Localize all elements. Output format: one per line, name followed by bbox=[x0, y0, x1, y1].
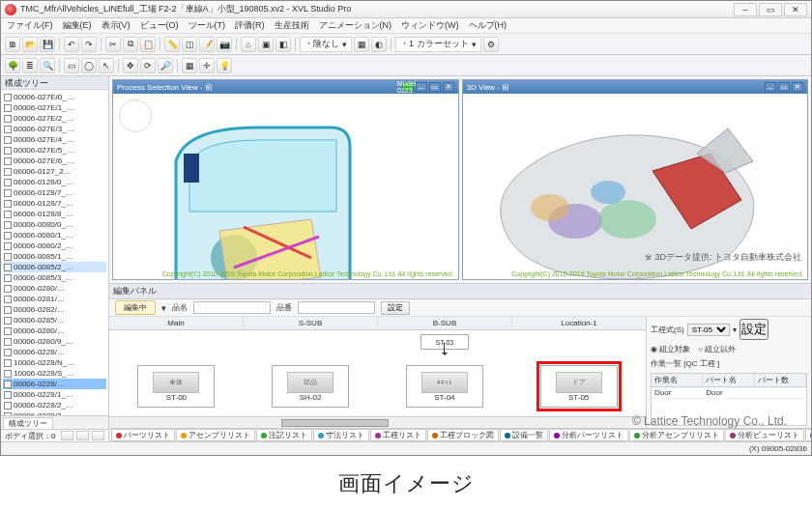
camera-icon[interactable]: 📷 bbox=[217, 37, 232, 52]
bottom-tab[interactable]: アニメーション編集 bbox=[805, 429, 811, 441]
section-icon[interactable]: ◫ bbox=[182, 37, 197, 52]
list-icon[interactable]: ≣ bbox=[22, 58, 38, 73]
checkbox-icon[interactable] bbox=[4, 200, 12, 208]
tree-item[interactable]: 10006-0228/N_… bbox=[3, 357, 106, 368]
pane-min-icon[interactable]: – bbox=[416, 82, 427, 92]
tree-item[interactable]: 00006-027E/3_… bbox=[3, 124, 106, 134]
checkbox-icon[interactable] bbox=[4, 211, 12, 218]
tree-item[interactable]: 00006-0280/9_… bbox=[3, 336, 106, 347]
bottom-tab[interactable]: 分析アセンブリリスト bbox=[629, 429, 724, 441]
code-input[interactable] bbox=[298, 301, 375, 314]
menu-prodeng[interactable]: 生産技術 bbox=[275, 19, 309, 32]
checkbox-icon[interactable] bbox=[4, 306, 12, 314]
minimize-button[interactable]: – bbox=[734, 3, 757, 16]
tree-item[interactable]: 00006-027E/4_… bbox=[3, 134, 106, 145]
tree-icon[interactable]: 🌳 bbox=[5, 58, 20, 73]
note-icon[interactable]: 📝 bbox=[199, 37, 215, 52]
checkbox-icon[interactable] bbox=[4, 338, 12, 346]
search-icon[interactable]: 🔍 bbox=[40, 58, 55, 73]
mode-select[interactable]: ST-05 bbox=[687, 324, 730, 336]
checkbox-icon[interactable] bbox=[4, 242, 12, 250]
tree-item[interactable]: 06006-0127_2… bbox=[3, 166, 106, 177]
radio-other[interactable]: ○ 組立以外 bbox=[698, 344, 736, 354]
pane-min-icon[interactable]: – bbox=[765, 82, 776, 92]
table-row[interactable]: Door Door bbox=[652, 387, 806, 399]
col-count[interactable]: パート数 bbox=[755, 374, 806, 386]
checkbox-icon[interactable] bbox=[4, 402, 12, 410]
tree-item[interactable]: 06006-0128/7_… bbox=[3, 198, 106, 209]
tree-item[interactable]: 00006-027E/1_… bbox=[3, 102, 106, 113]
checkbox-icon[interactable] bbox=[4, 296, 12, 303]
checkbox-icon[interactable] bbox=[4, 104, 12, 112]
checkbox-icon[interactable] bbox=[4, 147, 12, 155]
fit-icon[interactable]: ▣ bbox=[258, 37, 274, 52]
right-3d-canvas[interactable]: ※ 3Dデータ提供: トヨタ自動車株式会社 Copyright(C) 2010-… bbox=[463, 94, 808, 279]
paste-icon[interactable]: 📋 bbox=[140, 37, 156, 52]
right-set-button[interactable]: 設定 bbox=[740, 319, 768, 340]
lane-main[interactable]: Main bbox=[109, 317, 244, 329]
pane-close-icon[interactable]: ✕ bbox=[443, 82, 454, 92]
checkbox-icon[interactable] bbox=[4, 179, 12, 186]
tree-item[interactable]: 00006-027E/2_… bbox=[3, 113, 106, 124]
light-icon[interactable]: 💡 bbox=[217, 58, 232, 73]
wire-icon[interactable]: ▦ bbox=[354, 37, 369, 52]
pane-max-icon[interactable]: ▭ bbox=[429, 82, 441, 92]
open-icon[interactable]: 📂 bbox=[22, 37, 38, 52]
settings-icon[interactable]: ⚙ bbox=[483, 37, 499, 52]
checkbox-icon[interactable] bbox=[4, 136, 12, 144]
checkbox-icon[interactable] bbox=[4, 327, 12, 335]
menu-file[interactable]: ファイル(F) bbox=[7, 19, 53, 32]
checkbox-icon[interactable] bbox=[4, 370, 12, 378]
lane-bsub[interactable]: B-SUB bbox=[378, 317, 512, 329]
tree-item[interactable]: 00006-0228/2_… bbox=[3, 400, 106, 410]
tree-item[interactable]: 00006-0228/1_… bbox=[3, 389, 106, 400]
zoom-icon[interactable]: 🔎 bbox=[158, 58, 173, 73]
tree-item[interactable]: 06006-0128/8_… bbox=[3, 209, 106, 219]
tree-item[interactable]: 00006-0281/… bbox=[3, 294, 106, 304]
sidebar-tab-tree[interactable]: 構成ツリー bbox=[3, 417, 53, 429]
pane-max-icon[interactable]: ▭ bbox=[778, 82, 790, 92]
lane-ssub[interactable]: S-SUB bbox=[244, 317, 378, 329]
checkbox-icon[interactable] bbox=[4, 264, 12, 271]
checkbox-icon[interactable] bbox=[4, 359, 12, 367]
checkbox-icon[interactable] bbox=[4, 189, 12, 197]
bottom-tab[interactable]: 寸法リスト bbox=[313, 429, 369, 441]
tree-item[interactable]: 06006-0128/7_… bbox=[3, 187, 106, 198]
tree-item[interactable]: 00006-0285/… bbox=[3, 315, 106, 325]
menu-help[interactable]: ヘルプ(H) bbox=[469, 19, 508, 32]
tree-item[interactable]: 00006-0080/1_… bbox=[3, 230, 106, 240]
bottom-tab[interactable]: 工程リスト bbox=[370, 429, 426, 441]
redo-icon[interactable]: ↷ bbox=[81, 37, 97, 52]
menu-anim[interactable]: アニメーション(N) bbox=[319, 19, 392, 32]
tree-item[interactable]: 10006-0228/S_… bbox=[3, 368, 106, 379]
checkbox-icon[interactable] bbox=[4, 232, 12, 240]
home-view-icon[interactable]: ⌂ bbox=[241, 37, 256, 52]
copy-icon[interactable]: ⧉ bbox=[123, 37, 138, 52]
checkbox-icon[interactable] bbox=[4, 221, 12, 229]
tree-item[interactable]: 00006-0085/3_… bbox=[3, 272, 106, 283]
grid-icon[interactable]: ▦ bbox=[182, 58, 197, 73]
prev-button[interactable] bbox=[61, 431, 73, 440]
new-icon[interactable]: 🗎 bbox=[5, 37, 20, 52]
checkbox-icon[interactable] bbox=[4, 126, 12, 133]
menu-view[interactable]: 表示(V) bbox=[102, 19, 130, 32]
menu-edit[interactable]: 編集(E) bbox=[63, 19, 92, 32]
tree[interactable]: 00006-027E/0_…00006-027E/1_…00006-027E/2… bbox=[1, 90, 108, 415]
station-node[interactable]: ﾕﾆｯﾄST-04 bbox=[406, 365, 483, 408]
pan-icon[interactable]: ✥ bbox=[123, 58, 138, 73]
tree-item[interactable]: 00006-0080/0_… bbox=[3, 219, 106, 230]
colorset-dropdown[interactable]: ・1 カラーセット▾ bbox=[395, 37, 481, 52]
checkbox-icon[interactable] bbox=[4, 349, 12, 356]
tree-item[interactable]: 00006-0228/… bbox=[3, 347, 106, 357]
lasso-icon[interactable]: ◯ bbox=[81, 58, 97, 73]
bottom-tab[interactable]: パーツリスト bbox=[111, 429, 175, 441]
checkbox-icon[interactable] bbox=[4, 391, 12, 399]
cut-icon[interactable]: ✂ bbox=[105, 37, 121, 52]
maximize-button[interactable]: ▭ bbox=[759, 3, 782, 16]
tree-item[interactable]: 00006-0282/… bbox=[3, 304, 106, 315]
col-op[interactable]: 作業名 bbox=[652, 374, 703, 386]
menu-viewport[interactable]: ビュー(O) bbox=[140, 19, 179, 32]
tree-item[interactable]: 06006-0128/0_… bbox=[3, 177, 106, 187]
close-button[interactable]: ✕ bbox=[784, 3, 807, 16]
tree-item[interactable]: 00006-0080/2_… bbox=[3, 240, 106, 251]
